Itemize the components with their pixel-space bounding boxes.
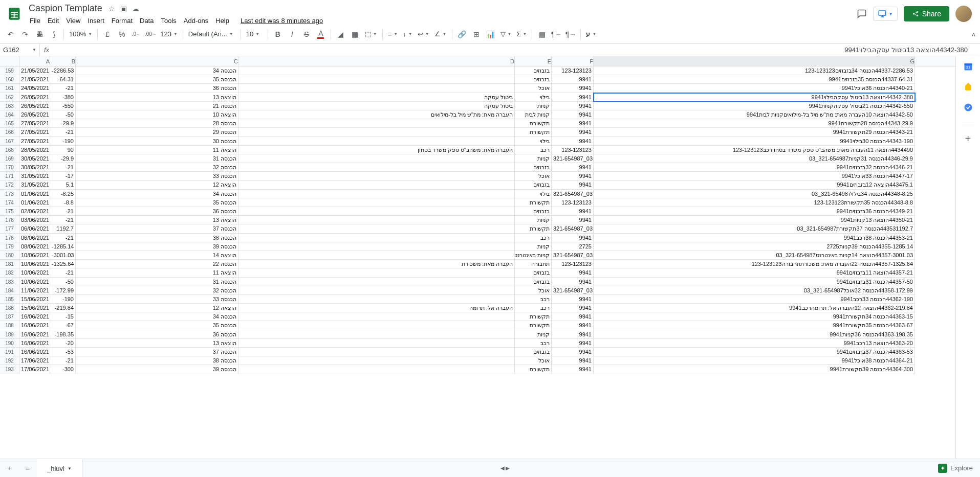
cell[interactable]: תקשורת bbox=[515, 321, 552, 330]
cell[interactable]: הכנסה 38 bbox=[76, 234, 238, 242]
col-header-g[interactable]: G bbox=[594, 56, 915, 66]
cell[interactable]: הכנסה 33 bbox=[76, 172, 238, 180]
cell[interactable]: 01/06/2021 bbox=[19, 190, 50, 198]
wrap-dropdown[interactable]: ↩▼ bbox=[416, 30, 431, 38]
print-icon[interactable]: 🖶 bbox=[33, 28, 46, 41]
cell[interactable]: -15 bbox=[50, 312, 76, 321]
text-ltr-icon[interactable]: ¶← bbox=[550, 28, 563, 41]
cell[interactable]: 16/06/2021 bbox=[19, 321, 50, 330]
table-row[interactable]: 16326/05/2021-550הכנסה 21ביטול עסקהקניות… bbox=[0, 102, 955, 110]
cell[interactable]: 44346-21הכנסה 32בזבוזים9941 bbox=[594, 163, 915, 172]
select-all-corner[interactable] bbox=[0, 56, 19, 66]
cell[interactable]: 9941 bbox=[552, 268, 594, 277]
cell[interactable]: 9941 bbox=[552, 321, 594, 330]
table-row[interactable]: 17706/06/20211192.7הכנסה 37תקשורת321-654… bbox=[0, 224, 955, 233]
cell[interactable]: הכנסה 35 bbox=[76, 321, 238, 330]
row-header[interactable]: 163 bbox=[0, 102, 19, 110]
cell[interactable]: 44363-198.35הכנסה 36קניות9941 bbox=[594, 330, 915, 339]
col-header-f[interactable]: F bbox=[552, 56, 594, 66]
cell[interactable]: בזבוזים bbox=[515, 180, 552, 189]
cell[interactable]: 9941 bbox=[552, 163, 594, 172]
row-header[interactable]: 176 bbox=[0, 216, 19, 224]
cell[interactable]: הוצאה 11 bbox=[76, 146, 238, 154]
zoom-dropdown[interactable]: 100%▼ bbox=[67, 30, 94, 38]
cell[interactable]: -8.8 bbox=[50, 198, 76, 207]
cell[interactable]: -29.9 bbox=[50, 154, 76, 163]
cell[interactable]: תקשורת bbox=[515, 119, 552, 128]
cell[interactable] bbox=[238, 224, 515, 233]
row-header[interactable]: 177 bbox=[0, 224, 19, 233]
cell[interactable]: בזבוזים bbox=[515, 207, 552, 216]
cell[interactable]: תקשורת bbox=[515, 198, 552, 207]
calendar-icon[interactable]: 31 bbox=[963, 61, 973, 72]
row-header[interactable]: 178 bbox=[0, 234, 19, 242]
cell[interactable]: -50 bbox=[50, 278, 76, 286]
cell[interactable]: 123-123123 bbox=[552, 260, 594, 268]
cell[interactable]: אוכל bbox=[515, 356, 552, 365]
cell[interactable]: 02/06/2021 bbox=[19, 207, 50, 216]
cell[interactable]: 9941 bbox=[552, 304, 594, 312]
cell[interactable]: הכנסה 39 bbox=[76, 365, 238, 374]
table-row[interactable]: 17502/06/2021-21הכנסה 36בזבוזים994144349… bbox=[0, 207, 955, 216]
cell[interactable]: 30/05/2021 bbox=[19, 163, 50, 172]
cell[interactable]: -21 bbox=[50, 128, 76, 137]
cell[interactable]: 9941 bbox=[552, 110, 594, 119]
cell[interactable]: הכנסה 34 bbox=[76, 312, 238, 321]
cell[interactable]: הכנסה 36 bbox=[76, 207, 238, 216]
dec-decrease-icon[interactable]: .0← bbox=[129, 28, 143, 41]
cell[interactable]: 26/05/2021 bbox=[19, 93, 50, 102]
row-header[interactable]: 167 bbox=[0, 137, 19, 146]
col-header-c[interactable]: C bbox=[76, 56, 238, 66]
cell[interactable]: רכב bbox=[515, 304, 552, 312]
cell[interactable]: 15/06/2021 bbox=[19, 304, 50, 312]
cell[interactable]: -380 bbox=[50, 93, 76, 102]
cell[interactable]: -53 bbox=[50, 348, 76, 356]
cell[interactable]: 06/06/2021 bbox=[19, 224, 50, 233]
cell[interactable]: -3001.03 bbox=[50, 251, 76, 260]
row-header[interactable]: 180 bbox=[0, 251, 19, 260]
cell[interactable]: הוצאה 13 bbox=[76, 216, 238, 224]
cell[interactable]: -190 bbox=[50, 295, 76, 304]
cell[interactable]: הכנסה 36 bbox=[76, 84, 238, 93]
cell[interactable]: העברה מאת: משהב"ט ספק משרד בטחון bbox=[238, 146, 515, 154]
cell[interactable]: -550 bbox=[50, 102, 76, 110]
row-header[interactable]: 181 bbox=[0, 260, 19, 268]
cell[interactable]: 44355-1285.14הכנסה 39קניות2725 bbox=[594, 242, 915, 251]
row-header[interactable]: 173 bbox=[0, 190, 19, 198]
table-row[interactable]: 17908/06/2021-1285.14הכנסה 39קניות272544… bbox=[0, 242, 955, 251]
table-row[interactable]: 17301/06/2021-8.25הכנסה 34בילוי321-65498… bbox=[0, 190, 955, 198]
menu-view[interactable]: View bbox=[63, 16, 83, 26]
cell[interactable]: 16/06/2021 bbox=[19, 312, 50, 321]
cell[interactable]: -64.31 bbox=[50, 75, 76, 84]
present-button[interactable]: ▼ bbox=[873, 7, 898, 21]
cell[interactable]: 90 bbox=[50, 146, 76, 154]
menu-help[interactable]: Help bbox=[212, 16, 232, 26]
cell[interactable]: הכנסה 29 bbox=[76, 128, 238, 137]
row-header[interactable]: 188 bbox=[0, 321, 19, 330]
cell[interactable]: 44363-67הכנסה 35תקשורת9941 bbox=[594, 321, 915, 330]
cell[interactable]: 44348-8.25הכנסה 34בילוי321-654987_03 bbox=[594, 190, 915, 198]
cell[interactable]: הכנסה 33 bbox=[76, 295, 238, 304]
chart-insert-icon[interactable]: 📊 bbox=[484, 28, 497, 41]
cell[interactable]: קניות באינטרנט bbox=[515, 251, 552, 260]
cell[interactable] bbox=[238, 242, 515, 251]
table-row[interactable]: 16226/05/2021-380הוצאה 13ביטול עסקהבילוי… bbox=[0, 93, 955, 102]
cell[interactable]: הכנסה 37 bbox=[76, 224, 238, 233]
cell[interactable]: בזבוזים bbox=[515, 75, 552, 84]
table-row[interactable]: 18210/06/2021-21הוצאה 11בזבוזים994144357… bbox=[0, 268, 955, 277]
row-header[interactable]: 191 bbox=[0, 348, 19, 356]
cell[interactable]: אוכל bbox=[515, 172, 552, 180]
table-row[interactable]: 18110/06/2021-1325.64הכנסה 22העברה מאת: … bbox=[0, 260, 955, 268]
cell[interactable] bbox=[238, 154, 515, 163]
valign-dropdown[interactable]: ↓▼ bbox=[401, 30, 414, 38]
sheets-logo[interactable] bbox=[4, 4, 25, 24]
table-row[interactable]: 18010/06/2021-3001.03הוצאה 14קניות באינט… bbox=[0, 251, 955, 260]
row-header[interactable]: 186 bbox=[0, 304, 19, 312]
cell[interactable]: הכנסה 35 bbox=[76, 75, 238, 84]
cell[interactable] bbox=[238, 268, 515, 277]
table-row[interactable]: 16727/05/2021-190הכנסה 30בילוי994144343-… bbox=[0, 137, 955, 146]
row-header[interactable]: 162 bbox=[0, 93, 19, 102]
cell[interactable]: בזבוזים bbox=[515, 163, 552, 172]
cell[interactable]: קניות bbox=[515, 154, 552, 163]
cell[interactable]: 44342-380הוצאה 13ביטול עסקהבילוי9941 bbox=[594, 93, 915, 102]
